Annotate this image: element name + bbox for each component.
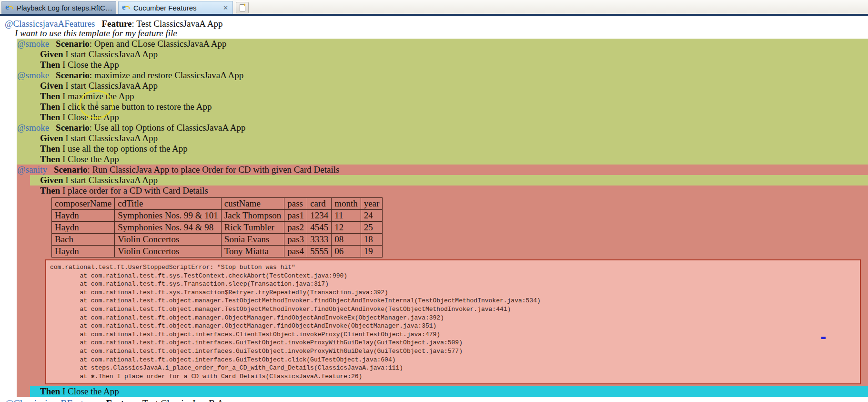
step-row: Given I start ClassicsJavaA App (30, 175, 868, 186)
table-header-cell: cdTitle (115, 198, 222, 210)
step-text: I Close the App (60, 154, 119, 164)
table-row: BachViolin ConcertosSonia Evanspas333330… (52, 234, 383, 246)
step-row: Then I click the same button to restore … (17, 102, 868, 112)
scenario-title: : Run ClassicJava App to place Order for… (88, 165, 340, 175)
table-cell: 08 (332, 234, 361, 246)
scenario-keyword: Scenario (54, 165, 88, 175)
scenario-title: : Open and CLose ClassicsJavaA App (90, 39, 227, 49)
table-cell: 18 (361, 234, 383, 246)
tab-cucumber-features[interactable]: e Cucumber Features ✕ (118, 1, 233, 14)
table-row: HaydnSymphonies Nos. 94 & 98Rick Tumbler… (52, 222, 383, 234)
step-row: Then I use all the top options of the Ap… (17, 144, 868, 154)
table-row: HaydnViolin ConcertosTony Miattapas45555… (52, 246, 383, 258)
scenario-block-1: @smokeScenario: Open and CLose ClassicsJ… (17, 39, 868, 70)
cucumber-report-page: @ClassicsjavaAFeaturesFeature: Test Clas… (0, 16, 868, 402)
new-tab-button[interactable]: ✦ (236, 2, 249, 13)
table-cell: 24 (361, 210, 383, 222)
new-tab-star-icon: ✦ (243, 3, 247, 8)
feature-tag-link[interactable]: @ClassicsjavaBFeatures (5, 398, 99, 402)
table-cell: Bach (52, 234, 115, 246)
step-row: Then I place order for a CD with Card De… (17, 186, 868, 196)
table-cell: Sonia Evans (221, 234, 284, 246)
scenario-tag-link[interactable]: @smoke (17, 123, 49, 133)
scenario-heading: @smokeScenario: Open and CLose ClassicsJ… (17, 39, 868, 49)
table-cell: 25 (361, 222, 383, 234)
table-cell: Rick Tumbler (221, 222, 284, 234)
step-text: I maximize the App (60, 91, 134, 101)
step-row: Then I maximize the App (17, 91, 868, 102)
step-keyword: Then (40, 154, 60, 164)
table-cell: Haydn (52, 210, 115, 222)
feature-title: : Test ClassicsJavaA App (131, 19, 222, 29)
step-text: I start ClassicsJavaA App (63, 175, 158, 185)
table-cell: Symphonies Nos. 99 & 101 (115, 210, 222, 222)
table-cell: pas2 (284, 222, 307, 234)
step-text: I start ClassicsJavaA App (63, 49, 158, 59)
scenario-keyword: Scenario (56, 70, 90, 80)
step-text: I Close the App (60, 386, 119, 396)
scenario-tag-link[interactable]: @smoke (17, 70, 49, 80)
scenario-block-3: @smokeScenario: Use all top Options of C… (17, 123, 868, 165)
feature-header: @ClassicsjavaAFeaturesFeature: Test Clas… (0, 16, 868, 28)
step-row: Then I Close the App (17, 154, 868, 165)
scenario-title: : maximize and restore ClassicsJavaA App (90, 70, 243, 80)
table-header-cell: year (361, 198, 383, 210)
step-keyword: Given (40, 49, 63, 59)
step-keyword: Then (40, 386, 60, 396)
table-cell: 5555 (307, 246, 332, 258)
step-row: Given I start ClassicsJavaA App (17, 133, 868, 144)
table-header-cell: month (332, 198, 361, 210)
step-row: Then I Close the App (17, 112, 868, 123)
step-keyword: Then (40, 91, 60, 101)
step-text: I place order for a CD with Card Details (60, 186, 208, 196)
table-cell: 11 (332, 210, 361, 222)
table-cell: pas4 (284, 246, 307, 258)
table-header-row: composerNamecdTitlecustNamepasscardmonth… (52, 198, 383, 210)
table-cell: Tony Miatta (221, 246, 284, 258)
scenario-title: : Use all top Options of ClassicsJavaA A… (90, 123, 246, 133)
scenario-keyword: Scenario (56, 123, 90, 133)
step-text: I use all the top options of the App (60, 144, 188, 154)
step-keyword: Given (40, 81, 63, 91)
scenario-tag-link[interactable]: @smoke (17, 39, 49, 49)
internet-explorer-icon: e (122, 4, 130, 12)
table-cell: pas3 (284, 234, 307, 246)
table-row: HaydnSymphonies Nos. 99 & 101Jack Thomps… (52, 210, 383, 222)
step-keyword: Then (40, 102, 60, 112)
scenario-block-2: @smokeScenario: maximize and restore Cla… (17, 70, 868, 123)
feature-title: : Test ClassicsJavaB App (138, 398, 233, 402)
step-keyword: Then (40, 144, 60, 154)
step-text: I start ClassicsJavaA App (63, 133, 158, 143)
internet-explorer-icon: e (5, 4, 13, 12)
feature-keyword: Feature (106, 398, 137, 402)
next-feature-header-clipped: @ClassicsjavaBFeaturesFeature: Test Clas… (0, 397, 868, 402)
scenario-block-4: @sanityScenario: Run ClassicJava App to … (17, 165, 868, 397)
step-keyword: Then (40, 112, 60, 122)
scenario-keyword: Scenario (56, 39, 90, 49)
step-text: I start ClassicsJavaA App (63, 81, 158, 91)
table-cell: Violin Concertos (115, 246, 222, 258)
scenario-heading: @smokeScenario: maximize and restore Cla… (17, 70, 868, 81)
scenario-list: @smokeScenario: Open and CLose ClassicsJ… (0, 39, 868, 397)
tab-playback-log[interactable]: e Playback Log for steps.RftCucu... (1, 1, 116, 14)
close-tab-icon[interactable]: ✕ (222, 4, 229, 11)
browser-tab-bar: e Playback Log for steps.RftCucu... e Cu… (0, 0, 868, 14)
step-text: I Close the App (60, 60, 119, 70)
feature-keyword: Feature (102, 19, 132, 29)
scenario-tag-link[interactable]: @sanity (17, 165, 47, 175)
table-header-cell: composerName (52, 198, 115, 210)
step-row: Then I Close the App (17, 60, 868, 70)
table-cell: Jack Thompson (221, 210, 284, 222)
step-row: Then I Close the App (30, 386, 868, 397)
table-cell: 12 (332, 222, 361, 234)
step-row: Given I start ClassicsJavaA App (17, 81, 868, 91)
table-header-cell: pass (284, 198, 307, 210)
step-keyword: Given (40, 133, 63, 143)
feature-tag-link[interactable]: @ClassicsjavaAFeatures (5, 19, 95, 29)
step-row: Given I start ClassicsJavaA App (17, 49, 868, 60)
tab-title: Playback Log for steps.RftCucu... (17, 4, 112, 12)
step-keyword: Given (40, 175, 63, 185)
table-cell: Symphonies Nos. 94 & 98 (115, 222, 222, 234)
table-cell: Haydn (52, 246, 115, 258)
step-keyword: Then (40, 186, 60, 196)
